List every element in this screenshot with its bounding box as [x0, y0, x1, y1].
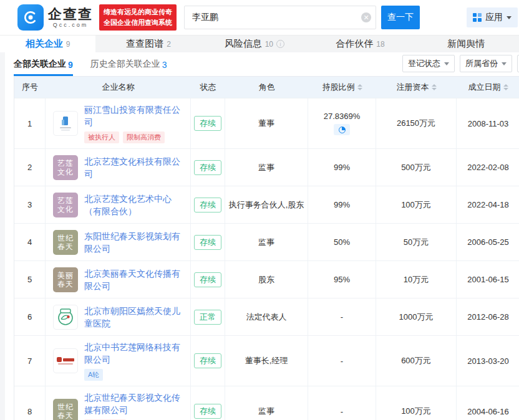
filter-province[interactable]: 所属省份: [460, 55, 512, 72]
company-name-link[interactable]: 北京市朝阳区嫣然天使儿童医院: [84, 305, 188, 330]
status-cell: 存续: [191, 224, 225, 260]
column-label: 状态: [200, 82, 216, 93]
company-name-link[interactable]: 北京艺莲文化艺术中心（有限合伙）: [84, 193, 188, 217]
role-cell: 董事: [225, 98, 308, 148]
qcc-logo-icon: [17, 4, 44, 31]
capital-cell: 100万元: [376, 386, 457, 420]
shareholding-pie-button[interactable]: [334, 124, 350, 135]
table-row: 7北京中书艺莲网络科技有限公司A轮存续董事长,经理-600万元2013-03-2…: [14, 335, 519, 386]
date-cell: 2022-02-08: [457, 149, 519, 186]
table-row: 3艺莲文化北京艺莲文化艺术中心（有限合伙）存续执行事务合伙人,股东99%100万…: [14, 186, 519, 223]
column-header-date[interactable]: 成立日期: [457, 82, 519, 93]
company-name-link[interactable]: 丽江雪山投资有限责任公司: [84, 103, 188, 128]
sort-icon[interactable]: [503, 84, 508, 90]
company-name-cell: 北京市朝阳区嫣然天使儿童医院: [46, 298, 191, 335]
company-logo[interactable]: [53, 305, 78, 330]
ratio-value: -: [341, 312, 343, 322]
company-logo[interactable]: 艺莲文化: [53, 193, 78, 217]
row-index: 1: [14, 98, 46, 148]
company-tag[interactable]: A轮: [84, 369, 103, 381]
company-logo[interactable]: 艺莲文化: [53, 155, 78, 180]
company-name-link[interactable]: 东阳世纪春天影视策划有限公司: [84, 230, 188, 255]
tab-partners[interactable]: 合作伙伴18: [308, 36, 414, 52]
table-row: 4世纪春天东阳世纪春天影视策划有限公司存续监事50%50万元2006-05-25: [14, 223, 519, 260]
date-cell: 2008-11-03: [457, 98, 519, 148]
sort-icon[interactable]: [432, 84, 437, 90]
sort-icon[interactable]: [357, 84, 362, 90]
row-index: 8: [14, 386, 46, 420]
company-name-link[interactable]: 北京世纪春天影视文化传媒有限公司: [84, 391, 188, 416]
column-header-ratio[interactable]: 持股比例: [308, 82, 376, 93]
role-cell: 董事长,经理: [225, 336, 308, 386]
main-tabbar: 相关企业9查查图谱2风险信息10i合作伙伴18新闻舆情: [0, 35, 519, 52]
search-input[interactable]: [184, 6, 376, 29]
ratio-cell: 95%: [308, 261, 376, 298]
column-header-role: 角色: [225, 82, 308, 93]
tab-qcc-graph[interactable]: 查查图谱2: [95, 36, 201, 52]
apps-button-label: 应用: [485, 12, 503, 23]
column-header-index: 序号: [14, 82, 46, 93]
status-badge: 存续: [194, 116, 221, 131]
column-label: 企业名称: [102, 82, 135, 93]
status-badge: 存续: [194, 353, 221, 368]
column-header-name: 企业名称: [46, 82, 191, 93]
company-logo[interactable]: 美丽春天: [53, 267, 78, 292]
logo-text-line: 文化: [57, 205, 74, 214]
company-name-cell: 艺莲文化北京艺莲文化艺术中心（有限合伙）: [46, 186, 191, 223]
subtab-all-related-companies[interactable]: 全部关联企业9: [14, 53, 73, 76]
sort-down-arrow: [357, 88, 362, 90]
ratio-cell: 99%: [308, 149, 376, 186]
row-index: 4: [14, 224, 46, 260]
company-name-cell: 北京中书艺莲网络科技有限公司A轮: [46, 336, 191, 386]
tab-news[interactable]: 新闻舆情: [413, 36, 519, 52]
clear-search-icon[interactable]: ✕: [361, 12, 371, 22]
company-logo[interactable]: 世纪春天: [53, 230, 78, 255]
table-row: 5美丽春天北京美丽春天文化传播有限公司存续股东95%10万元2001-06-15: [14, 260, 519, 298]
table-row: 1丽江雪山投资有限责任公司被执行人限制高消费存续董事27.8369%26150万…: [14, 98, 519, 148]
search-box: ✕: [184, 6, 376, 29]
company-name-link[interactable]: 北京美丽春天文化传播有限公司: [84, 267, 188, 292]
company-logo[interactable]: [53, 348, 78, 373]
logo-text-line: 艺莲: [57, 196, 74, 205]
subtab-label: 全部关联企业: [14, 59, 66, 70]
company-name-block: 北京世纪春天影视文化传媒有限公司限制高消费: [84, 391, 188, 420]
page-header: 企查查 Qcc.com 缔造有远见的商业传奇 全国企业信用查询系统 ✕ 查一下 …: [0, 0, 519, 35]
role-cell: 监事: [225, 386, 308, 420]
logo-text-line: 艺莲: [57, 159, 74, 168]
status-badge: 存续: [194, 160, 221, 175]
sort-down-arrow: [432, 88, 437, 90]
column-label: 序号: [22, 82, 38, 93]
company-name-link[interactable]: 北京艺莲文化科技有限公司: [84, 155, 188, 180]
subtab-history-related-companies[interactable]: 历史全部关联企业3: [90, 53, 167, 76]
pie-chart-icon: [339, 126, 346, 133]
company-name-block: 北京中书艺莲网络科技有限公司A轮: [84, 341, 188, 381]
apps-button[interactable]: 应用: [467, 7, 518, 27]
company-tag[interactable]: 被执行人: [84, 131, 119, 143]
ratio-value: 50%: [334, 237, 350, 247]
magnifier-at-icon: [22, 9, 39, 26]
info-icon[interactable]: i: [276, 40, 284, 48]
company-logo[interactable]: [53, 111, 78, 136]
role-cell: 执行事务合伙人,股东: [225, 186, 308, 223]
company-tag[interactable]: 限制高消费: [123, 131, 165, 143]
logo-text-line: 春天: [57, 411, 74, 420]
filter-registration-status[interactable]: 登记状态: [402, 55, 455, 72]
ratio-cell: -: [308, 298, 376, 335]
column-header-capital[interactable]: 注册资本: [376, 82, 457, 93]
tab-risk-info[interactable]: 风险信息10i: [201, 36, 308, 52]
tab-related-companies[interactable]: 相关企业9: [0, 36, 95, 52]
table-row: 2艺莲文化北京艺莲文化科技有限公司存续监事99%500万元2022-02-08: [14, 148, 519, 186]
capital-cell: 50万元: [376, 224, 457, 260]
status-badge: 存续: [194, 235, 221, 250]
chevron-down-icon: [502, 62, 507, 65]
table-body: 1丽江雪山投资有限责任公司被执行人限制高消费存续董事27.8369%26150万…: [14, 98, 519, 420]
search-button[interactable]: 查一下: [381, 6, 420, 29]
logo-text-line: 世纪: [57, 234, 74, 242]
capital-cell: 26150万元: [376, 98, 457, 148]
red-wordmark-logo: [57, 357, 74, 362]
ratio-value: -: [341, 356, 343, 366]
logo-text-line: 美丽: [57, 271, 74, 280]
company-name-link[interactable]: 北京中书艺莲网络科技有限公司: [84, 341, 188, 366]
company-logo[interactable]: 世纪春天: [53, 399, 78, 420]
qcc-logo[interactable]: 企查查 Qcc.com: [17, 4, 93, 31]
